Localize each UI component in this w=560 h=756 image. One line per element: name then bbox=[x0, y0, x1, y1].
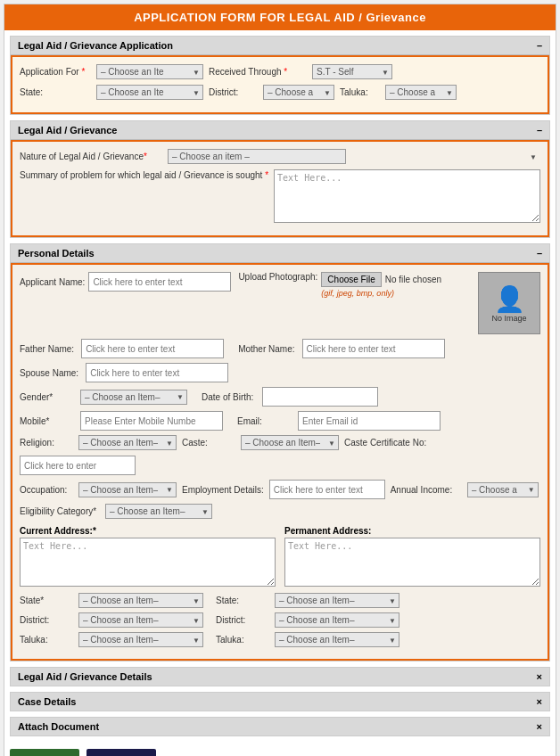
state-select[interactable]: – Choose an Ite bbox=[96, 85, 203, 100]
file-note: (gif, jpeg, bmp, only) bbox=[321, 289, 441, 298]
occupation-select-wrapper: – Choose an Item– bbox=[78, 482, 177, 497]
district-permanent-select-wrapper: – Choose an Item– bbox=[275, 612, 399, 628]
section-personal: Personal Details – Applicant Name: bbox=[10, 243, 550, 662]
state-current-select[interactable]: – Choose an Item– bbox=[78, 593, 203, 608]
section-personal-header: Personal Details – bbox=[11, 244, 549, 263]
summary-row: Summary of problem for which legal aid /… bbox=[20, 169, 540, 223]
received-through-label: Received Through * bbox=[209, 67, 307, 77]
district-select-wrapper: – Choose a bbox=[263, 85, 334, 100]
email-input[interactable] bbox=[298, 411, 441, 431]
dob-label: Date of Birth: bbox=[202, 392, 255, 402]
permanent-address-textarea[interactable]: Text Here... bbox=[284, 538, 540, 587]
caste-label: Caste: bbox=[182, 438, 235, 448]
caste-cert-label: Caste Certificate No: bbox=[344, 438, 433, 448]
district-label: District: bbox=[209, 87, 258, 97]
applicant-name-label: Applicant Name: bbox=[20, 277, 85, 287]
district-current-select[interactable]: – Choose an Item– bbox=[78, 612, 203, 628]
taluka-permanent-select[interactable]: – Choose an Item– bbox=[275, 632, 399, 647]
section2-collapse-icon[interactable]: – bbox=[537, 125, 542, 136]
application-for-select[interactable]: – Choose an Ite bbox=[96, 64, 203, 79]
file-no-chosen: No file chosen bbox=[385, 275, 441, 284]
spouse-name-label: Spouse Name: bbox=[20, 368, 78, 378]
eligibility-select[interactable]: – Choose an Item– bbox=[105, 504, 212, 519]
section-attach-document: Attach Document × bbox=[10, 717, 550, 736]
nature-label: Nature of Legal Aid / Grievance* bbox=[20, 152, 162, 161]
section1-body: Application For * – Choose an Ite Receiv… bbox=[11, 55, 549, 114]
gender-select-wrapper: – Choose an Item– bbox=[80, 390, 187, 405]
occupation-label: Occupation: bbox=[20, 485, 73, 495]
received-through-select[interactable]: S.T - Self bbox=[312, 64, 392, 79]
dob-input[interactable] bbox=[262, 387, 378, 407]
email-label: Email: bbox=[237, 416, 291, 426]
received-through-select-wrapper: S.T - Self bbox=[312, 64, 392, 79]
mobile-label: Mobile* bbox=[20, 416, 73, 426]
gender-select[interactable]: – Choose an Item– bbox=[80, 390, 187, 405]
section3-collapse-icon[interactable]: – bbox=[537, 248, 542, 259]
taluka-current-select-wrapper: – Choose an Item– bbox=[78, 632, 203, 647]
section6-collapse-icon[interactable]: × bbox=[537, 721, 542, 732]
section-grievance-header: Legal Aid / Grievance – bbox=[11, 121, 549, 140]
taluka-select[interactable]: – Choose a bbox=[385, 85, 457, 100]
photo-box: 👤 No Image bbox=[478, 272, 540, 334]
section-grievance-details: Legal Aid / Grievance Details × bbox=[10, 667, 550, 686]
taluka-label: Taluka: bbox=[340, 87, 380, 97]
taluka-permanent-select-wrapper: – Choose an Item– bbox=[275, 632, 399, 647]
cancel-button[interactable]: CANCEL bbox=[86, 749, 156, 756]
section-application-header: Legal Aid / Grievance Application – bbox=[11, 37, 549, 55]
religion-select[interactable]: – Choose an Item– bbox=[78, 435, 177, 450]
state-label: State: bbox=[20, 87, 91, 97]
employment-input[interactable] bbox=[269, 480, 385, 499]
section3-body: Applicant Name: Upload Photograph: Choos… bbox=[11, 263, 549, 661]
caste-select-wrapper: – Choose an Item– bbox=[241, 435, 339, 450]
mother-name-input[interactable] bbox=[302, 339, 445, 358]
caste-select[interactable]: – Choose an Item– bbox=[241, 435, 339, 450]
section1-collapse-icon[interactable]: – bbox=[537, 40, 542, 51]
occupation-select[interactable]: – Choose an Item– bbox=[78, 482, 177, 497]
eligibility-select-wrapper: – Choose an Item– bbox=[105, 504, 212, 519]
app-row2: State: – Choose an Ite District: – Choos… bbox=[20, 85, 540, 100]
section2-body: Nature of Legal Aid / Grievance* – Choos… bbox=[11, 140, 549, 237]
father-name-label: Father Name: bbox=[20, 344, 74, 354]
state-permanent-label: State: bbox=[216, 596, 269, 605]
app-row1: Application For * – Choose an Ite Receiv… bbox=[20, 64, 540, 79]
religion-label: Religion: bbox=[20, 438, 73, 448]
spouse-name-input[interactable] bbox=[86, 363, 228, 382]
applicant-name-input[interactable] bbox=[88, 272, 231, 292]
permanent-address-col: Permanent Address: Text Here... bbox=[284, 526, 540, 588]
gender-label: Gender* bbox=[20, 392, 73, 402]
permanent-address-label: Permanent Address: bbox=[284, 526, 540, 536]
photo-icon: 👤 bbox=[494, 284, 525, 314]
district-current-select-wrapper: – Choose an Item– bbox=[78, 612, 203, 628]
mother-name-label: Mother Name: bbox=[238, 344, 294, 354]
state-select-wrapper: – Choose an Ite bbox=[96, 85, 203, 100]
mobile-input[interactable] bbox=[80, 411, 223, 431]
submit-button[interactable]: SUBMIT bbox=[10, 749, 79, 756]
state-permanent-select[interactable]: – Choose an Item– bbox=[275, 593, 399, 608]
section4-collapse-icon[interactable]: × bbox=[537, 671, 542, 682]
state-permanent-select-wrapper: – Choose an Item– bbox=[275, 593, 399, 608]
district-select[interactable]: – Choose a bbox=[263, 85, 334, 100]
eligibility-label: Eligibility Category* bbox=[20, 506, 100, 516]
nature-select-wrapper: – Choose an item – bbox=[168, 149, 540, 164]
district-permanent-label: District: bbox=[216, 615, 269, 625]
section4-title: Legal Aid / Grievance Details bbox=[18, 671, 152, 682]
section6-title: Attach Document bbox=[18, 721, 99, 732]
nature-select[interactable]: – Choose an item – bbox=[168, 149, 346, 164]
file-input-row: Choose File No file chosen bbox=[321, 272, 441, 287]
section5-collapse-icon[interactable]: × bbox=[537, 696, 542, 707]
taluka-select-wrapper: – Choose a bbox=[385, 85, 457, 100]
choose-file-button[interactable]: Choose File bbox=[321, 272, 381, 287]
father-name-input[interactable] bbox=[81, 339, 224, 358]
section-grievance: Legal Aid / Grievance – Nature of Legal … bbox=[10, 120, 550, 238]
section3-title: Personal Details bbox=[18, 248, 95, 259]
current-address-textarea[interactable]: Text Here... bbox=[20, 538, 276, 587]
taluka-current-select[interactable]: – Choose an Item– bbox=[78, 632, 203, 647]
annual-income-label: Annual Income: bbox=[391, 485, 462, 495]
district-permanent-select[interactable]: – Choose an Item– bbox=[275, 612, 399, 628]
section-case-details: Case Details × bbox=[10, 692, 550, 711]
summary-textarea[interactable]: Text Here... bbox=[274, 169, 540, 223]
address-section: Current Address:* Text Here... Permanent… bbox=[20, 526, 540, 588]
caste-cert-input[interactable] bbox=[20, 456, 136, 475]
annual-income-select[interactable]: – Choose a bbox=[467, 482, 539, 497]
religion-select-wrapper: – Choose an Item– bbox=[78, 435, 177, 450]
